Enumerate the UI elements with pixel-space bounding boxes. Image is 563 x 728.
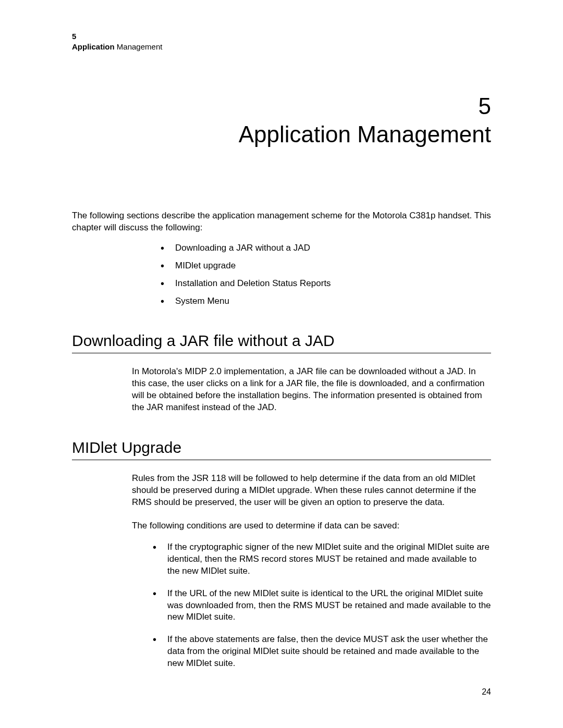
chapter-number: 5 (72, 93, 491, 119)
paragraph: The following conditions are used to det… (132, 520, 491, 532)
section-body: In Motorola's MIDP 2.0 implementation, a… (132, 366, 491, 414)
section-bullet-list: If the cryptographic signer of the new M… (132, 541, 491, 670)
intro-paragraph: The following sections describe the appl… (72, 210, 491, 234)
paragraph: In Motorola's MIDP 2.0 implementation, a… (132, 366, 491, 414)
chapter-title: Application Management (72, 121, 491, 147)
section-body: Rules from the JSR 118 will be followed … (132, 473, 491, 670)
section-heading: MIDlet Upgrade (72, 439, 491, 460)
running-header-chapter-number: 5 (72, 31, 491, 42)
intro-bullet-list: Downloading a JAR without a JAD MIDlet u… (72, 242, 491, 307)
list-item: If the above statements are false, then … (153, 634, 491, 670)
list-item: If the URL of the new MIDlet suite is id… (153, 588, 491, 624)
running-header-title-bold: Application (72, 42, 115, 51)
list-item: MIDlet upgrade (161, 260, 491, 272)
list-item: Installation and Deletion Status Reports (161, 278, 491, 289)
list-item: Downloading a JAR without a JAD (161, 242, 491, 254)
page-number: 24 (482, 687, 491, 697)
running-header-chapter-title: Application Management (72, 42, 491, 52)
document-page: 5 Application Management 5 Application M… (0, 0, 563, 728)
paragraph: Rules from the JSR 118 will be followed … (132, 473, 491, 509)
running-header-title-rest: Management (115, 42, 163, 51)
list-item: System Menu (161, 295, 491, 307)
list-item: If the cryptographic signer of the new M… (153, 541, 491, 577)
section-heading: Downloading a JAR file without a JAD (72, 332, 491, 353)
running-header: 5 Application Management (72, 31, 491, 52)
